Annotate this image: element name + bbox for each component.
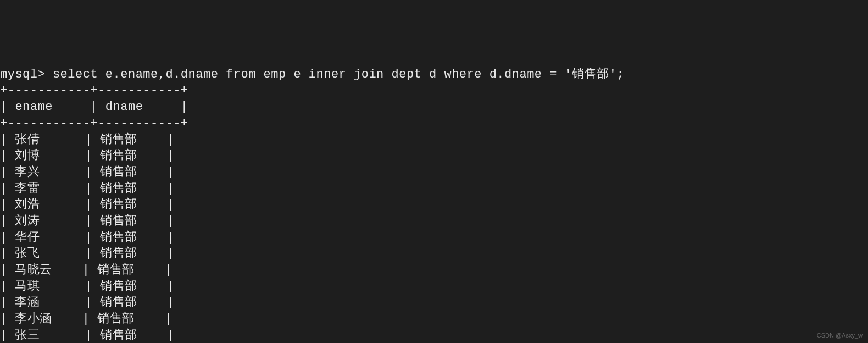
terminal-output[interactable]: mysql> select e.ename,d.dname from emp e… xyxy=(0,67,868,343)
column-header-ename: ename xyxy=(15,100,53,114)
table-header-row: | ename | dname | xyxy=(0,100,188,114)
watermark: CSDN @Asxy_w xyxy=(817,331,863,340)
table-body: | 张倩 | 销售部 | | 刘博 | 销售部 | | 李兴 | 销售部 | |… xyxy=(0,132,868,344)
table-separator-top: +-----------+-----------+ xyxy=(0,84,188,97)
sql-query: select e.ename,d.dname from emp e inner … xyxy=(53,68,624,81)
column-header-dname: dname xyxy=(105,100,143,114)
mysql-prompt: mysql> xyxy=(0,68,53,81)
table-separator-mid: +-----------+-----------+ xyxy=(0,117,188,130)
